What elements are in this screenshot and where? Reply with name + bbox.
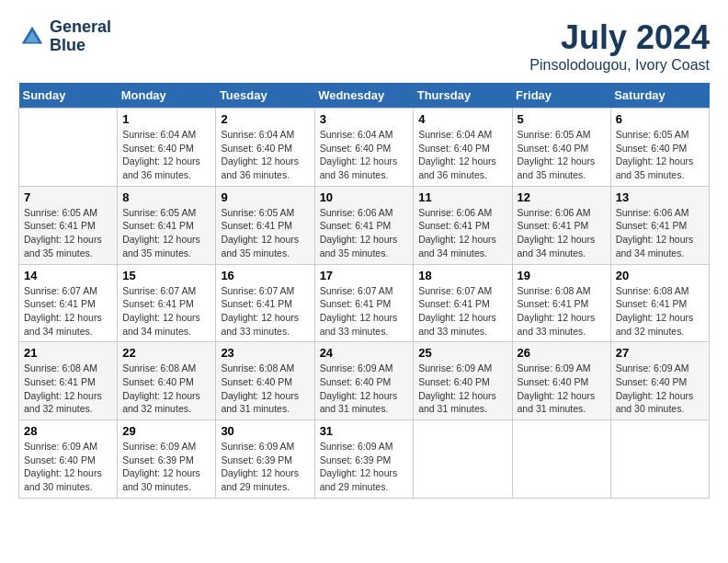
day-number: 23 (221, 346, 309, 360)
calendar-body: 1Sunrise: 6:04 AM Sunset: 6:40 PM Daylig… (19, 109, 710, 499)
weekday-header: Saturday (610, 83, 709, 109)
calendar-cell: 27Sunrise: 6:09 AM Sunset: 6:40 PM Dayli… (610, 342, 709, 420)
day-number: 9 (221, 190, 309, 204)
day-info: Sunrise: 6:05 AM Sunset: 6:41 PM Dayligh… (24, 206, 112, 260)
day-info: Sunrise: 6:09 AM Sunset: 6:39 PM Dayligh… (320, 440, 409, 494)
calendar-cell: 2Sunrise: 6:04 AM Sunset: 6:40 PM Daylig… (216, 109, 314, 187)
calendar-cell: 14Sunrise: 6:07 AM Sunset: 6:41 PM Dayli… (19, 264, 118, 342)
day-number: 1 (122, 112, 210, 126)
day-info: Sunrise: 6:05 AM Sunset: 6:41 PM Dayligh… (122, 206, 210, 260)
calendar-cell: 28Sunrise: 6:09 AM Sunset: 6:40 PM Dayli… (19, 420, 118, 499)
weekday-header: Friday (512, 83, 610, 109)
day-info: Sunrise: 6:04 AM Sunset: 6:40 PM Dayligh… (122, 128, 210, 182)
weekday-header: Wednesday (314, 83, 414, 109)
calendar-cell: 25Sunrise: 6:09 AM Sunset: 6:40 PM Dayli… (414, 342, 512, 420)
day-info: Sunrise: 6:08 AM Sunset: 6:41 PM Dayligh… (24, 362, 112, 416)
day-number: 26 (518, 346, 606, 360)
weekday-header: Tuesday (216, 83, 314, 109)
day-info: Sunrise: 6:05 AM Sunset: 6:40 PM Dayligh… (518, 128, 606, 182)
day-info: Sunrise: 6:07 AM Sunset: 6:41 PM Dayligh… (221, 284, 309, 339)
day-info: Sunrise: 6:07 AM Sunset: 6:41 PM Dayligh… (320, 284, 409, 339)
calendar-cell: 5Sunrise: 6:05 AM Sunset: 6:40 PM Daylig… (512, 109, 610, 187)
calendar-cell (512, 420, 610, 499)
calendar-cell: 6Sunrise: 6:05 AM Sunset: 6:40 PM Daylig… (610, 109, 709, 187)
day-info: Sunrise: 6:09 AM Sunset: 6:39 PM Dayligh… (122, 440, 210, 494)
day-info: Sunrise: 6:09 AM Sunset: 6:40 PM Dayligh… (418, 362, 506, 416)
day-number: 27 (616, 346, 704, 360)
day-info: Sunrise: 6:05 AM Sunset: 6:40 PM Dayligh… (616, 128, 704, 182)
day-number: 15 (122, 269, 210, 282)
calendar-cell: 23Sunrise: 6:08 AM Sunset: 6:40 PM Dayli… (216, 342, 314, 420)
calendar-cell: 12Sunrise: 6:06 AM Sunset: 6:41 PM Dayli… (512, 186, 610, 264)
calendar-cell: 9Sunrise: 6:05 AM Sunset: 6:41 PM Daylig… (216, 186, 314, 264)
day-number: 18 (418, 269, 506, 282)
location-title: Pinsolodougou, Ivory Coast (529, 57, 710, 74)
calendar-cell: 26Sunrise: 6:09 AM Sunset: 6:40 PM Dayli… (512, 342, 610, 420)
day-number: 20 (616, 269, 704, 282)
day-info: Sunrise: 6:06 AM Sunset: 6:41 PM Dayligh… (518, 206, 606, 260)
day-number: 24 (320, 346, 409, 360)
day-number: 10 (320, 190, 409, 204)
calendar-cell: 13Sunrise: 6:06 AM Sunset: 6:41 PM Dayli… (610, 186, 709, 264)
day-info: Sunrise: 6:09 AM Sunset: 6:40 PM Dayligh… (616, 362, 704, 416)
day-number: 3 (320, 112, 409, 126)
day-info: Sunrise: 6:07 AM Sunset: 6:41 PM Dayligh… (122, 284, 210, 339)
day-number: 12 (518, 190, 606, 204)
weekday-header: Thursday (414, 83, 512, 109)
calendar-cell: 17Sunrise: 6:07 AM Sunset: 6:41 PM Dayli… (314, 264, 414, 342)
day-number: 11 (418, 190, 506, 204)
day-info: Sunrise: 6:04 AM Sunset: 6:40 PM Dayligh… (418, 128, 506, 182)
calendar-week-row: 28Sunrise: 6:09 AM Sunset: 6:40 PM Dayli… (19, 420, 710, 499)
day-number: 5 (518, 112, 606, 126)
calendar-week-row: 1Sunrise: 6:04 AM Sunset: 6:40 PM Daylig… (19, 109, 710, 187)
logo-icon (18, 23, 46, 51)
logo-text: General Blue (50, 18, 111, 55)
calendar-cell: 1Sunrise: 6:04 AM Sunset: 6:40 PM Daylig… (118, 109, 216, 187)
calendar-cell: 31Sunrise: 6:09 AM Sunset: 6:39 PM Dayli… (314, 420, 414, 499)
day-info: Sunrise: 6:06 AM Sunset: 6:41 PM Dayligh… (418, 206, 506, 260)
day-number: 14 (24, 269, 112, 282)
calendar-cell (610, 420, 709, 499)
day-info: Sunrise: 6:04 AM Sunset: 6:40 PM Dayligh… (221, 128, 309, 182)
calendar-cell: 7Sunrise: 6:05 AM Sunset: 6:41 PM Daylig… (19, 186, 118, 264)
day-number: 17 (320, 269, 409, 282)
calendar-cell: 30Sunrise: 6:09 AM Sunset: 6:39 PM Dayli… (216, 420, 314, 499)
day-info: Sunrise: 6:08 AM Sunset: 6:40 PM Dayligh… (122, 362, 210, 416)
calendar-cell: 18Sunrise: 6:07 AM Sunset: 6:41 PM Dayli… (414, 264, 512, 342)
weekday-header: Monday (118, 83, 216, 109)
day-number: 22 (122, 346, 210, 360)
day-number: 19 (518, 269, 606, 282)
day-number: 6 (616, 112, 704, 126)
day-info: Sunrise: 6:09 AM Sunset: 6:40 PM Dayligh… (24, 440, 112, 494)
calendar-cell: 21Sunrise: 6:08 AM Sunset: 6:41 PM Dayli… (19, 342, 118, 420)
calendar-cell: 24Sunrise: 6:09 AM Sunset: 6:40 PM Dayli… (314, 342, 414, 420)
calendar-cell: 19Sunrise: 6:08 AM Sunset: 6:41 PM Dayli… (512, 264, 610, 342)
day-info: Sunrise: 6:06 AM Sunset: 6:41 PM Dayligh… (320, 206, 409, 260)
day-number: 30 (221, 424, 309, 438)
day-info: Sunrise: 6:07 AM Sunset: 6:41 PM Dayligh… (418, 284, 506, 339)
day-number: 21 (24, 346, 112, 360)
calendar-table: SundayMondayTuesdayWednesdayThursdayFrid… (18, 83, 710, 499)
day-number: 31 (320, 424, 409, 438)
day-number: 4 (418, 112, 506, 126)
calendar-week-row: 21Sunrise: 6:08 AM Sunset: 6:41 PM Dayli… (19, 342, 710, 420)
weekday-row: SundayMondayTuesdayWednesdayThursdayFrid… (19, 83, 710, 109)
day-info: Sunrise: 6:07 AM Sunset: 6:41 PM Dayligh… (24, 284, 112, 339)
day-number: 7 (24, 190, 112, 204)
calendar-cell: 11Sunrise: 6:06 AM Sunset: 6:41 PM Dayli… (414, 186, 512, 264)
calendar-cell (414, 420, 512, 499)
day-number: 28 (24, 424, 112, 438)
calendar-cell: 8Sunrise: 6:05 AM Sunset: 6:41 PM Daylig… (118, 186, 216, 264)
logo: General Blue (18, 18, 111, 55)
calendar-cell: 22Sunrise: 6:08 AM Sunset: 6:40 PM Dayli… (118, 342, 216, 420)
calendar-cell: 15Sunrise: 6:07 AM Sunset: 6:41 PM Dayli… (118, 264, 216, 342)
day-info: Sunrise: 6:04 AM Sunset: 6:40 PM Dayligh… (320, 128, 409, 182)
page-header: General Blue July 2024 Pinsolodougou, Iv… (18, 18, 710, 74)
day-number: 2 (221, 112, 309, 126)
day-number: 13 (616, 190, 704, 204)
day-info: Sunrise: 6:09 AM Sunset: 6:39 PM Dayligh… (221, 440, 309, 494)
day-info: Sunrise: 6:08 AM Sunset: 6:40 PM Dayligh… (221, 362, 309, 416)
calendar-week-row: 7Sunrise: 6:05 AM Sunset: 6:41 PM Daylig… (19, 186, 710, 264)
calendar-cell: 20Sunrise: 6:08 AM Sunset: 6:41 PM Dayli… (610, 264, 709, 342)
weekday-header: Sunday (19, 83, 118, 109)
